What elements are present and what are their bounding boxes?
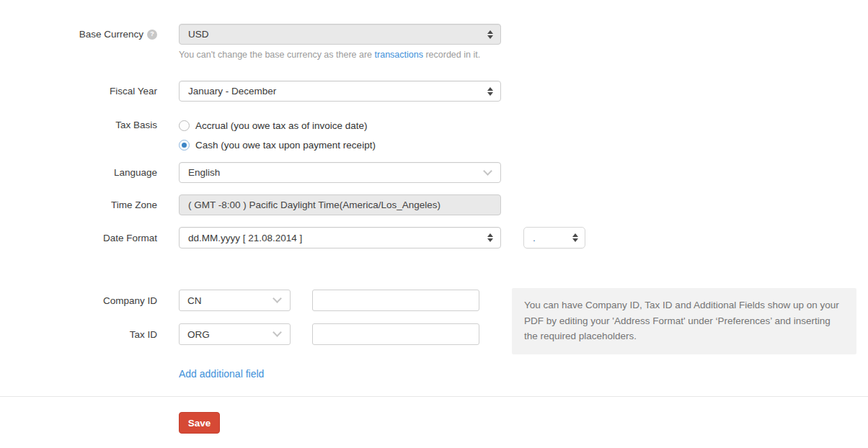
- transactions-link[interactable]: transactions: [375, 50, 423, 60]
- helper-text-start: You can't change the base currency as th…: [179, 50, 375, 60]
- helper-text-end: recorded in it.: [423, 50, 480, 60]
- company-id-label: Company ID: [0, 295, 157, 306]
- language-row: Language English: [0, 162, 501, 183]
- company-id-type-select[interactable]: CN: [179, 290, 291, 311]
- date-format-row: Date Format dd.MM.yyyy [ 21.08.2014 ] .: [0, 227, 585, 248]
- time-zone-label: Time Zone: [0, 200, 157, 210]
- base-currency-label: Base Currency ?: [0, 29, 157, 40]
- date-format-select[interactable]: dd.MM.yyyy [ 21.08.2014 ]: [179, 227, 501, 248]
- time-zone-value: ( GMT -8:00 ) Pacific Daylight Time(Amer…: [188, 200, 440, 210]
- pdf-info-box: You can have Company ID, Tax ID and Addi…: [512, 288, 856, 354]
- stepper-icon: [487, 233, 493, 242]
- fiscal-year-value: January - December: [188, 86, 276, 97]
- language-select[interactable]: English: [179, 162, 501, 183]
- date-separator-select[interactable]: .: [523, 227, 585, 248]
- tax-id-type-select[interactable]: ORG: [179, 323, 291, 345]
- tax-basis-option-cash[interactable]: Cash (you owe tax upon payment receipt): [179, 138, 376, 152]
- section-divider: [0, 396, 868, 397]
- tax-id-input[interactable]: [312, 323, 479, 345]
- base-currency-value: USD: [188, 29, 209, 40]
- stepper-icon: [487, 87, 493, 96]
- save-button[interactable]: Save: [179, 412, 220, 434]
- date-format-label: Date Format: [0, 233, 157, 243]
- tax-id-label: Tax ID: [0, 329, 157, 340]
- help-icon[interactable]: ?: [147, 30, 157, 40]
- date-format-value: dd.MM.yyyy [ 21.08.2014 ]: [188, 233, 302, 243]
- base-currency-row: Base Currency ? USD: [0, 24, 501, 45]
- stepper-icon: [487, 30, 493, 39]
- stepper-icon: [572, 233, 578, 242]
- company-id-type-value: CN: [187, 295, 202, 306]
- language-label: Language: [0, 167, 157, 178]
- base-currency-helper-text: You can't change the base currency as th…: [179, 50, 480, 60]
- tax-basis-row: Tax Basis Accrual (you owe tax as of inv…: [0, 118, 376, 152]
- tax-id-type-value: ORG: [187, 329, 210, 340]
- radio-selected-icon[interactable]: [179, 140, 190, 151]
- company-id-input[interactable]: [312, 290, 479, 311]
- language-value: English: [188, 167, 220, 178]
- tax-id-row: Tax ID ORG: [0, 323, 479, 345]
- base-currency-select: USD: [179, 24, 501, 45]
- fiscal-year-select[interactable]: January - December: [179, 81, 501, 102]
- tax-basis-options: Accrual (you owe tax as of invoice date)…: [179, 118, 376, 152]
- time-zone-field: ( GMT -8:00 ) Pacific Daylight Time(Amer…: [179, 194, 501, 215]
- org-profile-settings-form: Base Currency ? USD You can't change the…: [0, 0, 868, 448]
- chevron-down-icon: [273, 328, 282, 337]
- cash-option-label: Cash (you owe tax upon payment receipt): [195, 140, 376, 151]
- add-additional-field-link[interactable]: Add additional field: [179, 368, 264, 380]
- accrual-option-label: Accrual (you owe tax as of invoice date): [195, 120, 368, 131]
- date-separator-value: .: [533, 233, 536, 243]
- chevron-down-icon: [273, 294, 282, 303]
- fiscal-year-label: Fiscal Year: [0, 86, 157, 97]
- chevron-down-icon: [483, 166, 492, 176]
- tax-basis-label: Tax Basis: [0, 120, 157, 130]
- radio-unselected-icon[interactable]: [179, 120, 190, 131]
- tax-basis-option-accrual[interactable]: Accrual (you owe tax as of invoice date): [179, 118, 376, 133]
- base-currency-label-text: Base Currency: [79, 29, 143, 40]
- time-zone-row: Time Zone ( GMT -8:00 ) Pacific Daylight…: [0, 194, 501, 215]
- fiscal-year-row: Fiscal Year January - December: [0, 81, 501, 102]
- company-id-row: Company ID CN: [0, 290, 479, 311]
